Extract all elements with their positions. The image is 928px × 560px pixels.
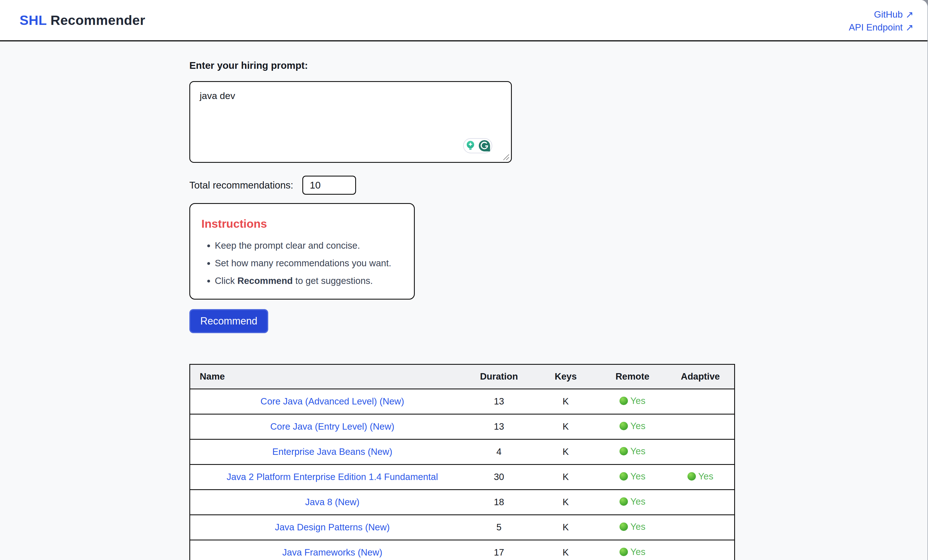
green-dot-icon: [620, 548, 628, 556]
header-links: GitHub ↗ API Endpoint ↗: [849, 8, 913, 33]
external-link-icon: ↗: [906, 10, 914, 19]
total-recommendations-label: Total recommendations:: [189, 180, 293, 191]
grammarly-widget[interactable]: [463, 138, 492, 153]
assessment-name-cell: Core Java (Entry Level) (New): [190, 414, 465, 439]
keys-cell: K: [533, 389, 598, 414]
prompt-textarea-container: [189, 81, 512, 163]
table-row: Java Design Patterns (New)5KYes: [190, 515, 735, 540]
keys-cell: K: [533, 464, 598, 490]
assessment-link[interactable]: Enterprise Java Beans (New): [272, 446, 392, 457]
duration-cell: 18: [465, 490, 533, 515]
grammarly-suggestions-bulb-icon: [464, 140, 476, 152]
keys-cell: K: [533, 490, 598, 515]
green-dot-icon: [620, 422, 628, 430]
remote-cell: Yes: [598, 490, 667, 515]
table-row: Java 8 (New)18KYes: [190, 490, 735, 515]
duration-cell: 13: [465, 414, 533, 439]
column-header-remote: Remote: [598, 364, 667, 389]
instruction-item: Click Recommend to get suggestions.: [215, 274, 403, 288]
github-link[interactable]: GitHub ↗: [874, 9, 913, 20]
assessment-name-cell: Java Frameworks (New): [190, 540, 465, 560]
duration-cell: 5: [465, 515, 533, 540]
flag-label: Yes: [630, 471, 646, 482]
column-header-adaptive: Adaptive: [667, 364, 735, 389]
remote-cell: Yes: [598, 464, 667, 490]
assessment-link[interactable]: Java 2 Platform Enterprise Edition 1.4 F…: [227, 471, 438, 482]
assessment-name-cell: Java 2 Platform Enterprise Edition 1.4 F…: [190, 464, 465, 490]
instructions-box: Instructions Keep the prompt clear and c…: [189, 203, 415, 299]
duration-cell: 30: [465, 464, 533, 490]
assessment-name-cell: Java 8 (New): [190, 490, 465, 515]
assessments-table: Name Duration Keys Remote Adaptive Core …: [189, 364, 735, 560]
grammarly-logo-icon: [478, 139, 491, 152]
table-header-row: Name Duration Keys Remote Adaptive: [190, 364, 735, 389]
assessment-link[interactable]: Core Java (Advanced Level) (New): [260, 396, 404, 406]
app-header: SHL Recommender GitHub ↗ API Endpoint ↗: [0, 0, 928, 41]
assessment-name-cell: Core Java (Advanced Level) (New): [190, 389, 465, 414]
brand-rest: Recommender: [50, 13, 145, 28]
flag-label: Yes: [630, 446, 646, 456]
duration-cell: 17: [465, 540, 533, 560]
green-dot-icon: [620, 397, 628, 405]
external-link-icon: ↗: [906, 23, 914, 32]
instruction-item: Keep the prompt clear and concise.: [215, 239, 403, 252]
adaptive-cell: [667, 540, 735, 560]
flag-label: Yes: [630, 421, 646, 431]
total-recommendations-input[interactable]: [302, 175, 356, 195]
assessment-table-body: Core Java (Advanced Level) (New)13KYesCo…: [190, 389, 735, 560]
table-row: Core Java (Advanced Level) (New)13KYes: [190, 389, 735, 414]
total-recommendations-row: Total recommendations:: [189, 175, 928, 195]
adaptive-cell: [667, 490, 735, 515]
results-table-container: Name Duration Keys Remote Adaptive Core …: [189, 364, 735, 560]
column-header-name: Name: [190, 364, 465, 389]
main-content: Enter your hiring prompt:: [0, 41, 928, 560]
remote-cell: Yes: [598, 439, 667, 464]
remote-cell: Yes: [598, 389, 667, 414]
green-dot-icon: [620, 522, 628, 531]
api-endpoint-link[interactable]: API Endpoint ↗: [849, 22, 913, 33]
flag-label: Yes: [630, 521, 646, 532]
keys-cell: K: [533, 540, 598, 560]
assessment-link[interactable]: Core Java (Entry Level) (New): [270, 421, 394, 432]
instructions-title: Instructions: [201, 217, 403, 230]
instruction-item: Set how many recommendations you want.: [215, 256, 403, 270]
keys-cell: K: [533, 515, 598, 540]
column-header-keys: Keys: [533, 364, 598, 389]
brand-accent: SHL: [20, 13, 47, 28]
github-link-label: GitHub: [874, 9, 903, 20]
adaptive-cell: Yes: [667, 464, 735, 490]
table-row: Enterprise Java Beans (New)4KYes: [190, 439, 735, 464]
remote-cell: Yes: [598, 414, 667, 439]
flag-label: Yes: [698, 471, 713, 482]
flag-label: Yes: [630, 546, 646, 557]
hiring-prompt-input[interactable]: [189, 81, 512, 163]
remote-cell: Yes: [598, 515, 667, 540]
adaptive-cell: [667, 414, 735, 439]
assessment-link[interactable]: Java Frameworks (New): [282, 547, 382, 557]
duration-cell: 4: [465, 439, 533, 464]
adaptive-cell: [667, 439, 735, 464]
assessment-link[interactable]: Java Design Patterns (New): [275, 522, 390, 532]
assessment-name-cell: Java Design Patterns (New): [190, 515, 465, 540]
prompt-label: Enter your hiring prompt:: [189, 60, 928, 71]
adaptive-cell: [667, 515, 735, 540]
table-row: Java 2 Platform Enterprise Edition 1.4 F…: [190, 464, 735, 490]
recommend-button[interactable]: Recommend: [189, 309, 268, 333]
duration-cell: 13: [465, 389, 533, 414]
flag-label: Yes: [630, 496, 646, 507]
table-row: Core Java (Entry Level) (New)13KYes: [190, 414, 735, 439]
app-window: SHL Recommender GitHub ↗ API Endpoint ↗ …: [0, 0, 928, 560]
instructions-list: Keep the prompt clear and concise.Set ho…: [201, 239, 403, 288]
remote-cell: Yes: [598, 540, 667, 560]
resize-handle-icon[interactable]: [501, 152, 510, 160]
keys-cell: K: [533, 439, 598, 464]
table-row: Java Frameworks (New)17KYes: [190, 540, 735, 560]
assessment-link[interactable]: Java 8 (New): [305, 497, 359, 507]
green-dot-icon: [620, 497, 628, 506]
adaptive-cell: [667, 389, 735, 414]
assessment-name-cell: Enterprise Java Beans (New): [190, 439, 465, 464]
keys-cell: K: [533, 414, 598, 439]
flag-label: Yes: [630, 395, 646, 406]
green-dot-icon: [687, 472, 696, 481]
green-dot-icon: [620, 472, 628, 481]
